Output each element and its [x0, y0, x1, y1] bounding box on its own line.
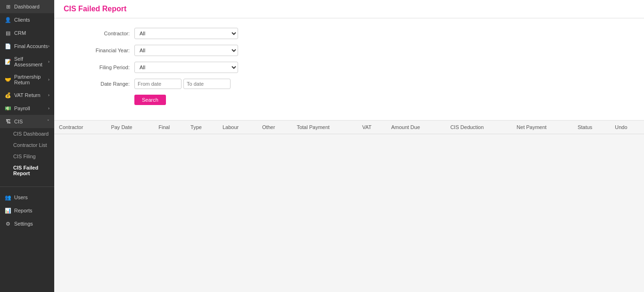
contractor-select[interactable]: All — [134, 28, 238, 39]
col-labour: Labour — [218, 121, 257, 134]
col-status: Status — [573, 121, 610, 134]
cis-filing-label: CIS Filing — [13, 154, 36, 159]
col-cis-deduction: CIS Deduction — [446, 121, 512, 134]
chevron-right-icon: › — [48, 93, 50, 97]
col-net-payment: Net Payment — [512, 121, 573, 134]
col-amount-due: Amount Due — [387, 121, 446, 134]
col-final: Final — [154, 121, 186, 134]
sidebar-item-cis[interactable]: 🏗 CIS ˅ — [0, 115, 54, 128]
to-date-input[interactable] — [183, 79, 231, 89]
sidebar: ⊞ Dashboard 👤 Clients ▤ CRM 📄 Final Acco… — [0, 0, 54, 292]
chevron-right-icon: › — [48, 77, 50, 82]
filter-panel: Contractor: All Financial Year: All Fili… — [54, 18, 644, 121]
sidebar-item-label: Users — [14, 195, 28, 200]
col-total-payment: Total Payment — [292, 121, 357, 134]
col-other: Other — [257, 121, 292, 134]
date-range-row: Date Range: — [73, 79, 625, 89]
reports-icon: 📊 — [5, 207, 11, 214]
results-table: Contractor Pay Date Final Type Labour Ot… — [54, 121, 644, 134]
sidebar-item-payroll[interactable]: 💵 Payroll › — [0, 102, 54, 115]
final-accounts-icon: 📄 — [5, 43, 11, 49]
cis-failed-report-label: CIS Failed Report — [13, 165, 50, 176]
main-content: CIS Failed Report Contractor: All Financ… — [54, 0, 644, 292]
page-title: CIS Failed Report — [64, 5, 635, 13]
contractor-list-label: Contractor List — [13, 142, 47, 148]
self-assessment-icon: 📝 — [5, 58, 11, 65]
col-pay-date: Pay Date — [106, 121, 154, 134]
sidebar-item-users[interactable]: 👥 Users — [0, 191, 54, 204]
contractor-label: Contractor: — [73, 31, 130, 36]
sidebar-item-clients[interactable]: 👤 Clients — [0, 13, 54, 26]
settings-icon: ⚙ — [5, 220, 11, 227]
contractor-row: Contractor: All — [73, 28, 625, 39]
sidebar-item-label: Clients — [14, 17, 30, 23]
clients-icon: 👤 — [5, 16, 11, 23]
chevron-right-icon: › — [48, 106, 50, 111]
sidebar-item-label: Partnership Return — [14, 74, 48, 85]
col-type: Type — [186, 121, 218, 134]
col-contractor: Contractor — [54, 121, 106, 134]
sidebar-sub-item-contractor-list[interactable]: Contractor List — [0, 139, 54, 151]
filing-period-label: Filing Period: — [73, 65, 130, 70]
chevron-down-icon: ˅ — [47, 119, 50, 124]
sidebar-item-label: Reports — [14, 208, 33, 213]
cis-dashboard-label: CIS Dashboard — [13, 131, 49, 137]
page-header: CIS Failed Report — [54, 0, 644, 18]
search-button[interactable]: Search — [134, 95, 166, 105]
col-undo: Undo — [610, 121, 644, 134]
financial-year-select[interactable]: All — [134, 45, 238, 56]
sidebar-item-label: Payroll — [14, 105, 30, 111]
sidebar-item-partnership-return[interactable]: 🤝 Partnership Return › — [0, 71, 54, 89]
sidebar-item-crm[interactable]: ▤ CRM — [0, 26, 54, 40]
sidebar-sub-item-cis-filing[interactable]: CIS Filing — [0, 151, 54, 162]
sidebar-item-dashboard[interactable]: ⊞ Dashboard — [0, 0, 54, 13]
sidebar-item-final-accounts[interactable]: 📄 Final Accounts › — [0, 40, 54, 53]
col-vat: VAT — [357, 121, 387, 134]
payroll-icon: 💵 — [5, 105, 11, 112]
sidebar-item-label: CIS — [14, 119, 23, 124]
sidebar-item-label: Settings — [14, 221, 33, 227]
sidebar-sub-item-cis-dashboard[interactable]: CIS Dashboard — [0, 128, 54, 139]
dashboard-icon: ⊞ — [5, 3, 11, 10]
search-row: Search — [73, 95, 625, 105]
partnership-icon: 🤝 — [5, 76, 11, 83]
table-header-row: Contractor Pay Date Final Type Labour Ot… — [54, 121, 644, 134]
date-range-label: Date Range: — [73, 81, 130, 87]
sidebar-sub-item-cis-failed-report[interactable]: CIS Failed Report — [0, 162, 54, 179]
sidebar-item-reports[interactable]: 📊 Reports — [0, 204, 54, 217]
sidebar-item-label: CRM — [14, 30, 26, 36]
sidebar-item-label: Self Assessment — [14, 56, 48, 67]
chevron-right-icon: › — [48, 59, 50, 64]
vat-icon: 💰 — [5, 92, 11, 98]
chevron-right-icon: › — [48, 44, 50, 49]
sidebar-item-vat-return[interactable]: 💰 VAT Return › — [0, 89, 54, 102]
users-icon: 👥 — [5, 194, 11, 201]
sidebar-item-label: Final Accounts — [14, 43, 48, 49]
sidebar-item-settings[interactable]: ⚙ Settings — [0, 217, 54, 230]
cis-icon: 🏗 — [5, 118, 11, 125]
filing-period-select[interactable]: All — [134, 62, 238, 73]
sidebar-item-self-assessment[interactable]: 📝 Self Assessment › — [0, 53, 54, 71]
sidebar-item-label: Dashboard — [14, 4, 40, 9]
date-inputs — [134, 79, 231, 89]
filing-period-row: Filing Period: All — [73, 62, 625, 73]
crm-icon: ▤ — [5, 30, 11, 36]
sidebar-item-label: VAT Return — [14, 92, 41, 98]
table-container: Contractor Pay Date Final Type Labour Ot… — [54, 121, 644, 134]
content-area: Contractor: All Financial Year: All Fili… — [54, 18, 644, 292]
financial-year-row: Financial Year: All — [73, 45, 625, 56]
from-date-input[interactable] — [134, 79, 182, 89]
financial-year-label: Financial Year: — [73, 48, 130, 53]
